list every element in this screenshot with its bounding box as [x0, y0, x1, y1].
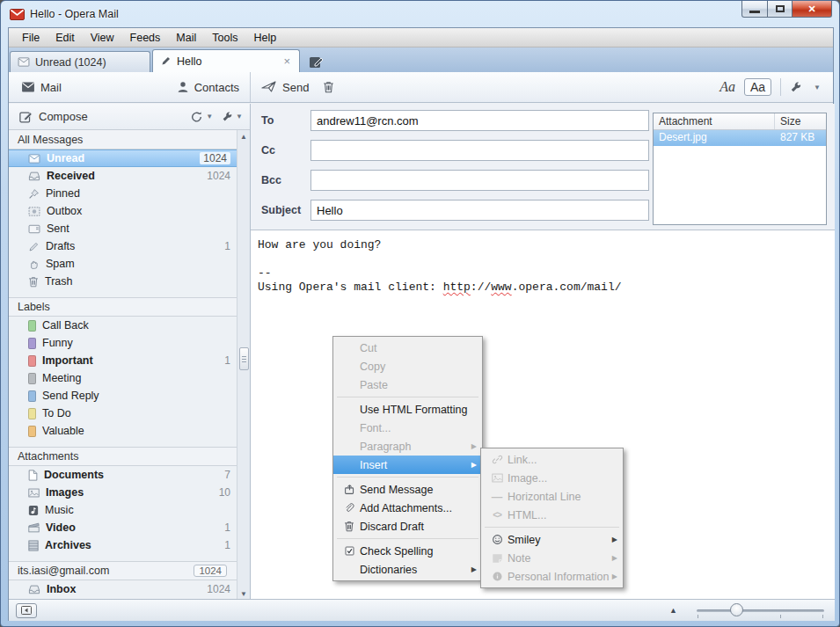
submenu-arrow-icon: ▶: [471, 442, 477, 450]
close-button[interactable]: ✕: [793, 1, 832, 18]
label-tag-icon: [28, 390, 36, 402]
sidebar-item-archives[interactable]: Archives 1: [9, 536, 250, 554]
wrench-icon[interactable]: [790, 81, 802, 93]
send-button[interactable]: Send: [261, 81, 309, 94]
count-badge: 1: [224, 539, 230, 551]
submenu-arrow-icon: ▶: [612, 536, 617, 543]
to-field[interactable]: [310, 110, 649, 131]
submenu-item-smiley[interactable]: Smiley▶: [481, 530, 623, 549]
section-gmail-account[interactable]: its.iasi@gmail.com 1024: [9, 561, 250, 580]
title-bar[interactable]: Hello - Opera Mail ✕: [1, 1, 839, 27]
scroll-up-icon[interactable]: ▲: [662, 604, 684, 616]
bcc-field[interactable]: [310, 170, 649, 191]
contacts-button[interactable]: Contacts: [177, 81, 239, 94]
sidebar-item-trash[interactable]: Trash: [9, 273, 250, 290]
menu-view[interactable]: View: [83, 30, 122, 46]
sidebar-item-images[interactable]: Images 10: [9, 484, 250, 501]
cc-field[interactable]: [310, 140, 649, 161]
menu-item-use-html-formatting[interactable]: Use HTML Formatting: [333, 400, 482, 419]
menu-item-add-attachments[interactable]: Add Attachments...: [333, 499, 482, 517]
sidebar: Compose ▼ ▼ All Messages: [9, 104, 251, 600]
main-toolbar: Mail Contacts Send: [9, 72, 833, 103]
scroll-down-icon[interactable]: ▼: [237, 587, 250, 600]
tab-hello[interactable]: Hello ×: [152, 49, 300, 72]
submenu-arrow-icon: ▶: [612, 554, 617, 562]
zoom-slider-handle[interactable]: [730, 603, 743, 616]
menu-tools[interactable]: Tools: [204, 30, 245, 46]
mail-button[interactable]: Mail: [21, 81, 62, 94]
chevron-down-icon[interactable]: ▼: [814, 84, 821, 91]
subject-field[interactable]: [310, 200, 649, 221]
menu-mail[interactable]: Mail: [168, 30, 204, 46]
menu-edit[interactable]: Edit: [47, 30, 83, 46]
submenu-arrow-icon: ▶: [471, 565, 477, 573]
tab-close-icon[interactable]: ×: [281, 55, 292, 68]
menu-file[interactable]: File: [14, 30, 47, 46]
compose-button[interactable]: Compose: [19, 110, 88, 123]
sidebar-item-video[interactable]: Video 1: [9, 519, 250, 536]
sidebar-item-funny[interactable]: Funny: [9, 334, 250, 352]
menu-feeds[interactable]: Feeds: [122, 30, 169, 46]
sidebar-item-music[interactable]: Music: [9, 501, 250, 519]
chevron-down-icon[interactable]: ▼: [206, 113, 213, 120]
sidebar-item-send-reply[interactable]: Send Reply: [9, 387, 250, 405]
body-line-3: Using Opera's mail client: http://www.op…: [258, 281, 828, 295]
count-badge: 1: [224, 240, 230, 252]
section-all-messages[interactable]: All Messages: [9, 130, 250, 149]
chevron-down-icon[interactable]: ▼: [236, 113, 243, 120]
bcc-label: Bcc: [251, 174, 310, 186]
sent-envelope-icon: [28, 224, 40, 234]
sidebar-item-meeting[interactable]: Meeting: [9, 369, 250, 387]
font-size-small-button[interactable]: Aa: [719, 79, 735, 95]
menu-item-dictionaries[interactable]: Dictionaries▶: [333, 560, 482, 579]
sidebar-item-inbox[interactable]: Inbox 1024: [9, 580, 250, 598]
trash-icon[interactable]: [323, 81, 334, 93]
maximize-button[interactable]: [768, 1, 793, 18]
paperclip-icon: [339, 502, 360, 514]
tab-unread[interactable]: Unread (1024): [10, 51, 150, 72]
zoom-slider[interactable]: [697, 603, 824, 617]
cc-label: Cc: [251, 144, 310, 157]
menu-help[interactable]: Help: [245, 30, 284, 46]
subject-label: Subject: [251, 204, 310, 216]
scroll-up-icon[interactable]: ▲: [237, 130, 250, 142]
collapse-panel-button[interactable]: [16, 603, 37, 618]
sidebar-item-outbox[interactable]: Outbox: [9, 202, 250, 220]
checkbox-checked-icon: [339, 545, 360, 557]
section-attachments[interactable]: Attachments: [9, 447, 250, 466]
trash-icon: [339, 521, 360, 532]
refresh-icon[interactable]: [190, 111, 203, 123]
tab-strip: Unread (1024) Hello ×: [9, 47, 833, 72]
sidebar-item-pinned[interactable]: Pinned: [9, 185, 250, 202]
new-compose-tab-button[interactable]: [309, 55, 325, 69]
sidebar-item-important[interactable]: Important 1: [9, 352, 250, 369]
compose-header: To Cc Bcc Subject: [251, 104, 835, 230]
size-column-header[interactable]: Size: [775, 113, 826, 129]
sidebar-scrollbar[interactable]: ▲ ▼: [237, 130, 250, 600]
sidebar-item-received[interactable]: Received 1024: [9, 167, 250, 185]
font-size-big-button[interactable]: Aa: [744, 78, 771, 96]
sidebar-item-sent[interactable]: Sent: [9, 220, 250, 237]
attachment-column-header[interactable]: Attachment: [654, 113, 775, 129]
wrench-icon[interactable]: [222, 111, 233, 122]
menu-item-insert[interactable]: Insert▶: [333, 456, 482, 474]
sidebar-item-unread[interactable]: Unread 1024: [9, 149, 250, 167]
sidebar-item-to-do[interactable]: To Do: [9, 405, 250, 422]
sidebar-item-drafts[interactable]: Drafts 1: [9, 237, 250, 255]
count-badge: 7: [224, 469, 230, 481]
sidebar-item-spam[interactable]: Spam: [9, 255, 250, 273]
sidebar-item-call-back[interactable]: Call Back: [9, 317, 250, 334]
menu-item-check-spelling[interactable]: Check Spelling: [333, 542, 482, 560]
minimize-button[interactable]: [741, 1, 768, 18]
stamp-icon: [28, 207, 40, 216]
scrollbar-thumb[interactable]: [239, 347, 249, 370]
envelope-icon: [18, 57, 30, 67]
menu-item-discard-draft[interactable]: Discard Draft: [333, 517, 482, 536]
sidebar-item-documents[interactable]: Documents 7: [9, 466, 250, 484]
attachment-row[interactable]: Desert.jpg 827 KB: [654, 130, 826, 146]
section-labels[interactable]: Labels: [9, 297, 250, 317]
menu-item-send-message[interactable]: Send Message: [333, 480, 482, 499]
smiley-icon: [486, 534, 508, 545]
sidebar-item-valuable[interactable]: Valuable: [9, 422, 250, 440]
submenu-item-html: <> HTML...: [481, 506, 623, 524]
